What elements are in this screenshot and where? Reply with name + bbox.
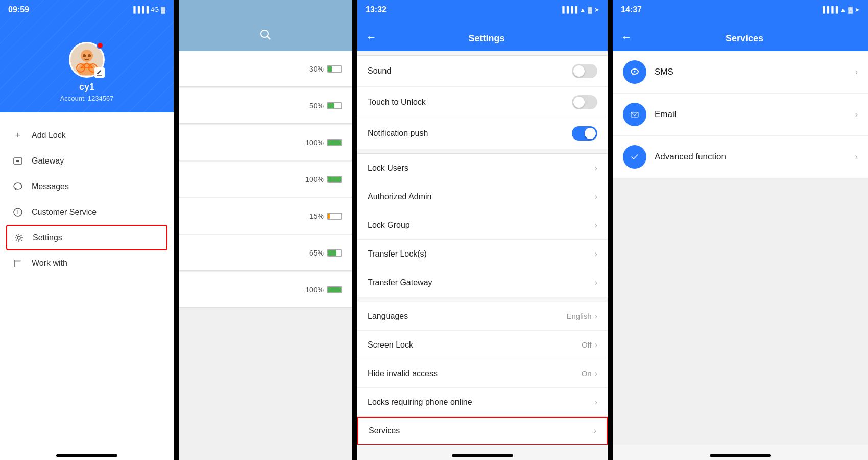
back-button-4[interactable]: ← (613, 31, 640, 44)
hide-invalid-access-row[interactable]: Hide invalid access On › (357, 359, 608, 388)
account-number: 1234567 (88, 95, 114, 102)
services-title: Services (640, 33, 849, 44)
notification-push-row[interactable]: Notification push (357, 118, 608, 149)
notification-push-toggle[interactable] (572, 126, 597, 141)
signal-icon-4: ▐▐▐▐ (821, 6, 838, 13)
battery-fill (328, 66, 332, 72)
svg-point-15 (17, 236, 20, 239)
chevron-icon: › (595, 312, 597, 321)
work-with-icon (12, 258, 23, 269)
touch-unlock-row[interactable]: Touch to Unlock (357, 87, 608, 118)
battery-fill (328, 103, 334, 108)
signal-icon: ▐▐▐▐ (131, 6, 149, 13)
sound-row[interactable]: Sound (357, 56, 608, 87)
battery-bar (327, 286, 342, 293)
languages-value: English (566, 312, 591, 320)
chevron-icon: › (595, 398, 597, 407)
battery-pct: 15% (309, 212, 324, 220)
touch-unlock-toggle[interactable] (572, 95, 597, 109)
more-nav-section: Languages English › Screen Lock Off › Hi… (357, 302, 608, 445)
battery-bar (327, 139, 342, 146)
status-bar-1: 09:59 ▐▐▐▐ 4G ▓ (0, 5, 174, 14)
toggle-knob-3 (585, 128, 596, 139)
chevron-icon: › (595, 164, 597, 173)
services-list: SMS › Email › Advanced fu (613, 51, 868, 178)
list-item[interactable]: 100% (179, 272, 352, 308)
home-bar (56, 454, 117, 457)
battery-fill (328, 214, 330, 219)
location-icon: ➤ (594, 6, 599, 13)
chevron-icon: › (595, 278, 597, 287)
battery-pct: 30% (309, 65, 324, 73)
sound-toggle[interactable] (572, 64, 597, 78)
svg-point-21 (629, 108, 641, 121)
screen-lock-row[interactable]: Screen Lock Off › (357, 331, 608, 359)
advanced-function-label: Advanced function (655, 152, 855, 162)
authorized-admin-label: Authorized Admin (368, 192, 595, 201)
sms-chevron-icon: › (855, 67, 858, 77)
sms-service-row[interactable]: SMS › (613, 51, 868, 94)
svg-point-3 (88, 54, 91, 57)
list-item[interactable]: 30% (179, 51, 352, 87)
battery-pct: 65% (309, 249, 324, 257)
battery-pct: 100% (305, 286, 324, 294)
svg-point-20 (634, 71, 636, 73)
transfer-locks-row[interactable]: Transfer Lock(s) › (357, 240, 608, 268)
username: cy1 (79, 82, 94, 93)
transfer-gateway-row[interactable]: Transfer Gateway › (357, 268, 608, 297)
advanced-function-row[interactable]: Advanced function › (613, 136, 868, 178)
sound-label: Sound (368, 66, 572, 76)
sidebar-item-settings[interactable]: Settings (6, 225, 167, 250)
separator-2 (352, 0, 357, 460)
battery-fill (328, 140, 341, 145)
services-row[interactable]: Services › (357, 417, 608, 445)
screen-lock-value: Off (582, 340, 592, 349)
status-icons-4: ▐▐▐▐ ▲ ▓ ➤ (821, 5, 860, 14)
list-item[interactable]: 65% (179, 235, 352, 271)
list-item[interactable]: 100% (179, 162, 352, 197)
device-list-header (179, 0, 352, 51)
nav-rows-section: Lock Users › Authorized Admin › Lock Gro… (357, 153, 608, 297)
sidebar-item-gateway[interactable]: Gateway (0, 148, 174, 174)
customer-service-label: Customer Service (32, 208, 97, 217)
list-item[interactable]: 15% (179, 198, 352, 234)
authorized-admin-row[interactable]: Authorized Admin › (357, 182, 608, 211)
battery-bar (327, 102, 342, 109)
battery-display: 30% (309, 65, 342, 73)
svg-point-12 (14, 183, 22, 189)
edit-avatar-button[interactable] (94, 67, 105, 78)
advanced-function-chevron-icon: › (855, 152, 858, 162)
wifi-icon-3: ▲ (580, 6, 586, 13)
email-chevron-icon: › (855, 110, 858, 119)
email-service-row[interactable]: Email › (613, 94, 868, 136)
hide-invalid-label: Hide invalid access (368, 369, 582, 378)
sidebar-item-add-lock[interactable]: + Add Lock (0, 123, 174, 148)
battery-icon: ▓ (161, 6, 165, 13)
time-display-3: 13:32 (366, 5, 387, 14)
back-button-3[interactable]: ← (357, 31, 385, 44)
sidebar-item-customer-service[interactable]: i Customer Service (0, 199, 174, 225)
battery-pct: 100% (305, 175, 324, 183)
services-label: Services (369, 426, 594, 435)
chevron-icon: › (595, 192, 597, 201)
svg-text:i: i (17, 210, 18, 215)
lock-group-row[interactable]: Lock Group › (357, 211, 608, 240)
lock-group-label: Lock Group (368, 221, 595, 230)
list-item[interactable]: 50% (179, 88, 352, 124)
lock-users-row[interactable]: Lock Users › (357, 154, 608, 182)
chevron-icon: › (595, 340, 597, 350)
account-label: Account: (60, 95, 86, 102)
search-icon[interactable] (259, 29, 272, 44)
list-item[interactable]: 100% (179, 125, 352, 160)
settings-content: Sound Touch to Unlock Notification push (357, 51, 608, 445)
device-list-panel: 30% 50% 100% (179, 0, 352, 460)
sidebar-item-work-with[interactable]: Work with (0, 250, 174, 276)
battery-pct: 100% (305, 139, 324, 147)
battery-display: 65% (309, 249, 342, 257)
messages-label: Messages (32, 182, 69, 191)
languages-row[interactable]: Languages English › (357, 302, 608, 331)
battery-icon-4: ▓ (848, 6, 853, 13)
wifi-icon-4: ▲ (840, 6, 846, 13)
sidebar-item-messages[interactable]: Messages (0, 174, 174, 199)
locks-requiring-phone-row[interactable]: Locks requiring phone online › (357, 388, 608, 417)
